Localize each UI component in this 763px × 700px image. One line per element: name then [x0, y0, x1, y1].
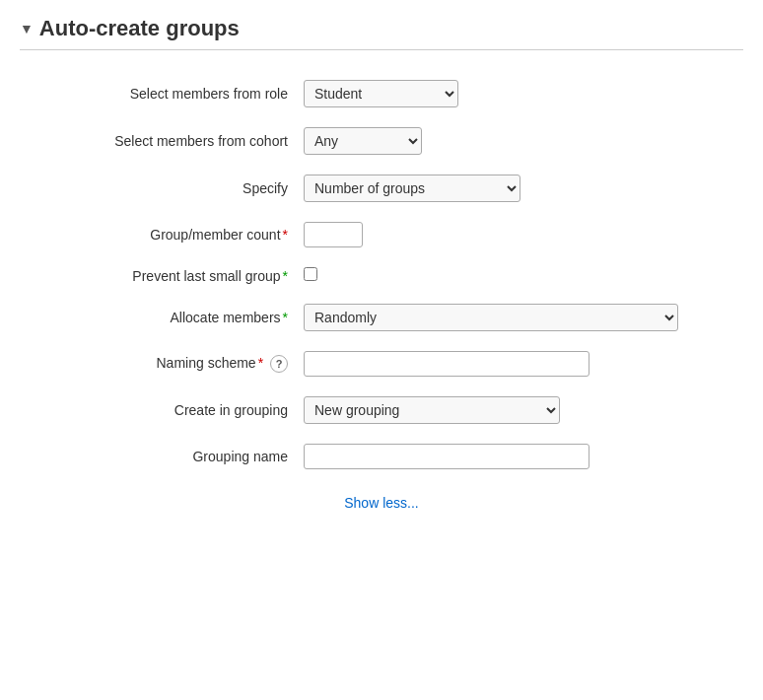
label-allocate-members: Allocate members* [20, 294, 296, 341]
label-select-members-cohort: Select members from cohort [20, 117, 296, 165]
group-member-count-input[interactable] [304, 222, 363, 247]
required-star: * [283, 227, 288, 243]
optional-star-allocate: * [283, 310, 288, 325]
control-prevent-last-small-group [296, 257, 743, 294]
show-less-link[interactable]: Show less... [344, 495, 418, 511]
label-specify: Specify [20, 165, 296, 212]
grouping-name-input[interactable] [304, 444, 590, 469]
show-less-row: Show less... [20, 479, 743, 521]
allocate-members-dropdown[interactable]: Randomly Alphabetically No allocation [304, 304, 678, 331]
table-row: Create in grouping New grouping No group… [20, 386, 743, 434]
show-less-cell: Show less... [20, 479, 743, 521]
section-title: Auto-create groups [39, 16, 240, 41]
table-row: Select members from role Student Teacher… [20, 70, 743, 117]
label-grouping-name: Grouping name [20, 434, 296, 479]
label-group-member-count: Group/member count* [20, 212, 296, 257]
prevent-last-small-group-checkbox[interactable] [304, 267, 317, 281]
select-members-cohort-dropdown[interactable]: Any [304, 127, 422, 155]
table-row: Select members from cohort Any [20, 117, 743, 165]
control-naming-scheme [296, 341, 743, 386]
required-star-naming: * [258, 355, 263, 371]
control-group-member-count [296, 212, 743, 257]
table-row: Specify Number of groups Members per gro… [20, 165, 743, 212]
section-header: ▼ Auto-create groups [20, 16, 743, 50]
select-members-role-dropdown[interactable]: Student Teacher Non-editing teacher Mana… [304, 80, 458, 107]
control-select-members-cohort: Any [296, 117, 743, 165]
label-prevent-last-small-group: Prevent last small group* [20, 257, 296, 294]
control-select-members-role: Student Teacher Non-editing teacher Mana… [296, 70, 743, 117]
control-create-in-grouping: New grouping No grouping [296, 386, 743, 434]
specify-dropdown[interactable]: Number of groups Members per group [304, 175, 520, 202]
label-create-in-grouping: Create in grouping [20, 386, 296, 434]
table-row: Group/member count* [20, 212, 743, 257]
help-icon[interactable]: ? [270, 355, 288, 373]
optional-star: * [283, 268, 288, 284]
table-row: Grouping name [20, 434, 743, 479]
page-container: ▼ Auto-create groups Select members from… [0, 0, 763, 536]
create-in-grouping-dropdown[interactable]: New grouping No grouping [304, 396, 560, 424]
label-select-members-role: Select members from role [20, 70, 296, 117]
control-grouping-name [296, 434, 743, 479]
collapse-icon[interactable]: ▼ [20, 21, 34, 36]
control-specify: Number of groups Members per group [296, 165, 743, 212]
table-row: Naming scheme* ? [20, 341, 743, 386]
label-naming-scheme: Naming scheme* ? [20, 341, 296, 386]
table-row: Allocate members* Randomly Alphabeticall… [20, 294, 743, 341]
control-allocate-members: Randomly Alphabetically No allocation [296, 294, 743, 341]
table-row: Prevent last small group* [20, 257, 743, 294]
form-table: Select members from role Student Teacher… [20, 70, 743, 521]
naming-scheme-input[interactable] [304, 351, 590, 377]
